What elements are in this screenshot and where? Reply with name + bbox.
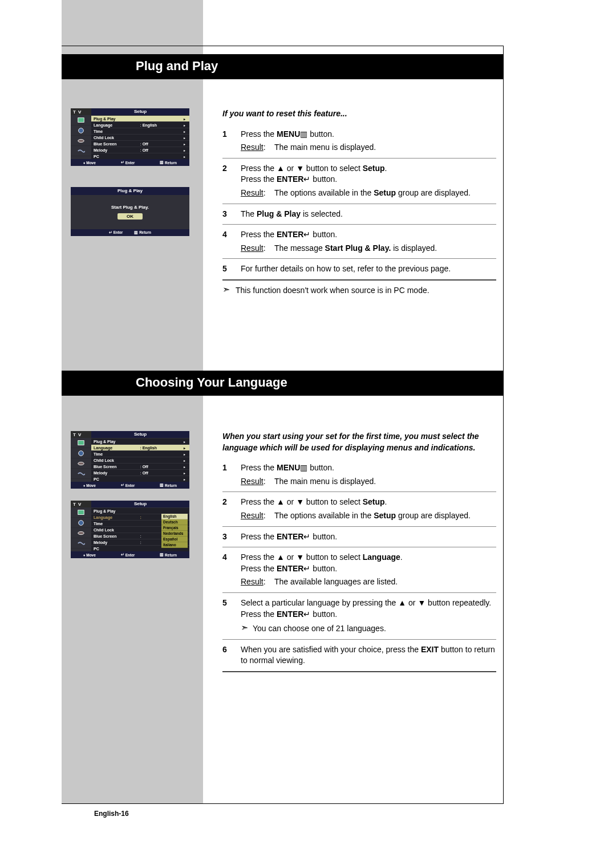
menu-icons xyxy=(71,438,91,482)
enter-icon: ↵ xyxy=(121,552,124,557)
svg-rect-0 xyxy=(78,117,84,122)
enter-icon: ↵ xyxy=(303,610,310,619)
step-6: 6 When you are satisfied with your choic… xyxy=(222,644,496,672)
return-icon: ▥ xyxy=(160,160,164,165)
step-4: 4 Press the ENTER↵ button. Result: The m… xyxy=(222,229,496,259)
lang-option: Deutsch xyxy=(161,519,188,525)
step-1: 1 Press the MENU▥ button. Result: The ma… xyxy=(222,129,496,159)
menu-row-plug-play: Plug & Play xyxy=(91,507,189,514)
menu-row-pc: PC▸ xyxy=(91,153,189,159)
setup-title: Setup xyxy=(91,431,189,438)
menu-row-melody: Melody:Off▸ xyxy=(91,469,189,476)
menu-row-plug-play: Plug & Play▸ xyxy=(91,115,189,121)
move-icon: ♦ xyxy=(83,553,85,557)
tv-setup-menu-1: T V Setup Plug & Play▸ Language:English▸… xyxy=(71,108,189,166)
svg-rect-3 xyxy=(78,440,84,445)
lang-option: Español xyxy=(161,537,188,542)
heading-plug-and-play: Plug and Play xyxy=(62,54,504,79)
tv-setup-menu-3: T V Setup Plug & Play Language: Time Chi… xyxy=(71,501,189,558)
section1-instructions: If you want to reset this feature... 1 P… xyxy=(222,108,496,296)
lang-option: Français xyxy=(161,525,188,531)
enter-icon: ↵ xyxy=(109,230,112,234)
menu-icon: ▥ xyxy=(300,129,307,139)
note-icon: ➣ xyxy=(241,623,248,632)
section2-instructions: When you start using your set for the fi… xyxy=(222,431,496,677)
svg-point-8 xyxy=(78,531,84,534)
note-icon: ➣ xyxy=(222,285,230,294)
enter-icon: ↵ xyxy=(121,160,124,165)
ok-button: OK xyxy=(117,213,143,220)
enter-icon: ↵ xyxy=(121,483,124,488)
svg-point-7 xyxy=(79,520,84,525)
up-icon: ▲ xyxy=(277,497,285,506)
menu-row-language: Language:English▸ xyxy=(91,121,189,128)
menu-row-childlock: Child Lock▸ xyxy=(91,134,189,140)
language-dropdown: English Deutsch Français Nederlands Espa… xyxy=(161,514,188,548)
down-icon: ▼ xyxy=(418,598,425,607)
channel-icon xyxy=(71,528,91,538)
step-5: 5 For further details on how to set, ref… xyxy=(222,263,496,281)
menu-row-bluescreen: Blue Screen:Off▸ xyxy=(91,463,189,469)
menu-row-childlock: Child Lock▸ xyxy=(91,457,189,463)
step-4: 4 Press the ▲ or ▼ button to select Lang… xyxy=(222,552,496,593)
lang-option: English xyxy=(161,514,188,519)
step-2: 2 Press the ▲ or ▼ button to select Setu… xyxy=(222,497,496,526)
heading-choosing-language: Choosing Your Language xyxy=(62,371,504,396)
dialog-message: Start Plug & Play. xyxy=(111,205,149,210)
menu-footer: ♦ Move ↵ Enter ▥ Return xyxy=(71,551,189,558)
svg-point-1 xyxy=(79,128,84,133)
enter-icon: ↵ xyxy=(303,174,310,184)
channel-icon xyxy=(71,458,91,469)
menu-row-bluescreen: Blue Screen:Off▸ xyxy=(91,140,189,147)
down-icon: ▼ xyxy=(296,497,304,506)
channel-icon xyxy=(71,136,91,146)
up-icon: ▲ xyxy=(277,552,285,562)
up-icon: ▲ xyxy=(398,598,406,607)
picture-icon xyxy=(71,507,91,518)
picture-icon xyxy=(71,115,91,125)
step-3: 3 The Plug & Play is selected. xyxy=(222,209,496,225)
setup-title: Setup xyxy=(91,108,189,115)
return-icon: ▥ xyxy=(134,230,138,234)
move-icon: ♦ xyxy=(83,484,85,488)
menu-row-pc: PC▸ xyxy=(91,476,189,482)
menu-row-melody: Melody:Off▸ xyxy=(91,147,189,153)
menu-row-language: Language:English▸ xyxy=(91,444,189,450)
return-icon: ▥ xyxy=(160,483,164,488)
note: ➣ This function doesn't work when source… xyxy=(222,285,496,296)
tv-label: T V xyxy=(71,502,91,507)
plug-play-dialog: Plug & Play Start Plug & Play. OK ↵ Ente… xyxy=(71,187,189,236)
enter-icon: ↵ xyxy=(303,532,310,541)
step-1: 1 Press the MENU▥ button. Result: The ma… xyxy=(222,462,496,492)
svg-point-2 xyxy=(78,139,84,142)
step-5: 5 Select a particular language by pressi… xyxy=(222,598,496,640)
step-2: 2 Press the ▲ or ▼ button to select Setu… xyxy=(222,163,496,204)
lang-option: Italiano xyxy=(161,542,188,548)
setup-icon xyxy=(71,469,91,479)
sound-icon xyxy=(71,448,91,458)
setup-icon xyxy=(71,146,91,156)
step-3: 3 Press the ENTER↵ button. xyxy=(222,531,496,548)
dialog-footer: ↵ Enter ▥ Return xyxy=(71,229,189,236)
svg-rect-6 xyxy=(78,510,84,514)
page: Plug and Play Choosing Your Language T V… xyxy=(0,0,616,845)
svg-point-4 xyxy=(79,450,84,456)
svg-point-5 xyxy=(78,462,84,465)
section1-intro: If you want to reset this feature... xyxy=(222,108,496,120)
menu-row-time: Time▸ xyxy=(91,450,189,457)
tv-setup-menu-2: T V Setup Plug & Play▸ Language:English▸… xyxy=(71,431,189,489)
setup-title: Setup xyxy=(91,501,189,507)
tv-label: T V xyxy=(71,109,91,115)
down-icon: ▼ xyxy=(296,552,304,562)
menu-icons xyxy=(71,115,91,159)
menu-footer: ♦ Move ↵ Enter ▥ Return xyxy=(71,159,189,166)
dialog-title: Plug & Play xyxy=(71,187,189,195)
picture-icon xyxy=(71,438,91,448)
section2-intro: When you start using your set for the fi… xyxy=(222,431,496,453)
down-icon: ▼ xyxy=(296,164,304,173)
sound-icon xyxy=(71,518,91,528)
menu-footer: ♦ Move ↵ Enter ▥ Return xyxy=(71,482,189,489)
up-icon: ▲ xyxy=(277,164,285,173)
page-number: English-16 xyxy=(94,810,129,818)
return-icon: ▥ xyxy=(160,552,164,557)
